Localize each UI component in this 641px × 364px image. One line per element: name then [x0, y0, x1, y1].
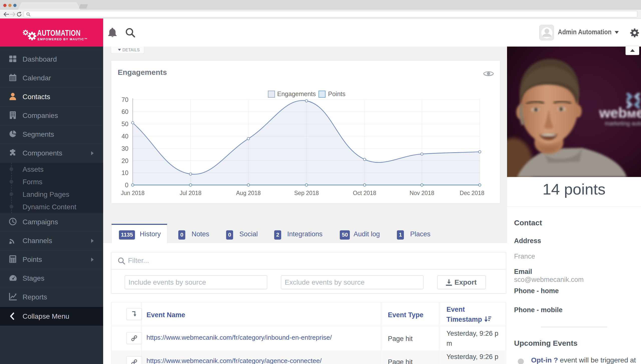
svg-text:Nov 2018: Nov 2018 [410, 190, 434, 196]
svg-text:Oct 2018: Oct 2018 [353, 190, 376, 196]
svg-text:50: 50 [121, 120, 128, 127]
svg-text:Sep 2018: Sep 2018 [294, 190, 319, 196]
svg-text:marketing automa: marketing automa [605, 120, 641, 127]
svg-text:60: 60 [121, 108, 128, 115]
svg-text:Jun 2018: Jun 2018 [121, 190, 145, 196]
svg-text:Dec 2018: Dec 2018 [460, 190, 484, 196]
svg-text:20: 20 [121, 157, 128, 164]
svg-text:webмe: webмe [599, 105, 641, 121]
svg-text:Engagements: Engagements [277, 90, 316, 97]
svg-text:Aug 2018: Aug 2018 [236, 190, 261, 196]
svg-text:70: 70 [121, 96, 128, 103]
svg-text:Jul 2018: Jul 2018 [180, 190, 202, 196]
svg-text:40: 40 [121, 133, 128, 140]
svg-text:Points: Points [328, 90, 345, 97]
svg-text:0: 0 [125, 181, 128, 189]
svg-text:30: 30 [121, 145, 128, 152]
svg-text:10: 10 [121, 169, 128, 176]
